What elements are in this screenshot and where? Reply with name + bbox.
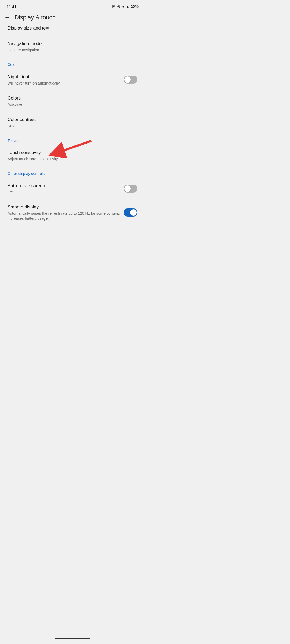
colors-subtitle: Adaptive xyxy=(8,102,137,107)
color-contrast-title: Color contrast xyxy=(8,117,137,123)
wifi-icon: ▾ xyxy=(122,4,124,9)
touch-sensitivity-title: Touch sensitivity xyxy=(8,150,137,156)
night-light-subtitle: Will never turn on automatically xyxy=(8,81,119,86)
app-bar: ← Display & touch xyxy=(0,12,145,24)
touch-sensitivity-item[interactable]: Touch sensitivity Adjust touch screen se… xyxy=(0,145,145,166)
battery-text: 52% xyxy=(131,4,139,9)
auto-rotate-item[interactable]: Auto-rotate screen Off xyxy=(0,178,145,199)
night-light-item[interactable]: Night Light Will never turn on automatic… xyxy=(0,69,145,90)
dnd-icon: ⊖ xyxy=(117,4,121,9)
divider xyxy=(119,183,119,195)
night-light-toggle[interactable] xyxy=(124,76,137,84)
touch-sensitivity-subtitle: Adjust touch screen sensitivity xyxy=(8,156,137,161)
colors-title: Colors xyxy=(8,95,137,101)
auto-rotate-subtitle: Off xyxy=(8,190,119,195)
smooth-display-title: Smooth display xyxy=(8,204,124,210)
smooth-display-toggle-track xyxy=(124,208,137,217)
night-light-content: Night Light Will never turn on automatic… xyxy=(8,74,119,86)
auto-rotate-toggle[interactable] xyxy=(124,185,137,193)
status-icons: ⊟ ⊖ ▾ ▲ 52% xyxy=(112,4,139,9)
vibrate-icon: ⊟ xyxy=(112,4,115,9)
color-contrast-item[interactable]: Color contrast Default xyxy=(0,112,145,133)
navigation-mode-content: Navigation mode Gesture navigation xyxy=(8,41,137,52)
divider xyxy=(119,74,119,86)
smooth-display-toggle-area xyxy=(124,208,137,217)
smooth-display-toggle-thumb xyxy=(130,209,137,216)
auto-rotate-toggle-track xyxy=(124,185,137,193)
colors-content: Colors Adaptive xyxy=(8,95,137,107)
auto-rotate-title: Auto-rotate screen xyxy=(8,183,119,189)
display-size-title: Display size and text xyxy=(8,25,49,31)
status-time: 11:41 xyxy=(6,4,17,9)
navigation-mode-subtitle: Gesture navigation xyxy=(8,47,137,52)
smooth-display-toggle[interactable] xyxy=(124,208,137,217)
auto-rotate-content: Auto-rotate screen Off xyxy=(8,183,119,195)
smooth-display-item[interactable]: Smooth display Automatically raises the … xyxy=(0,199,145,225)
smooth-display-content: Smooth display Automatically raises the … xyxy=(8,204,124,221)
signal-icon: ▲ xyxy=(126,5,129,9)
auto-rotate-toggle-thumb xyxy=(124,185,131,192)
navigation-mode-item[interactable]: Navigation mode Gesture navigation xyxy=(0,36,145,57)
navigation-mode-title: Navigation mode xyxy=(8,41,137,47)
touch-sensitivity-content: Touch sensitivity Adjust touch screen se… xyxy=(8,150,137,161)
night-light-toggle-thumb xyxy=(124,76,131,83)
night-light-toggle-area xyxy=(119,74,137,86)
color-section-header: Color xyxy=(0,57,145,69)
display-size-item[interactable]: Display size and text xyxy=(0,24,145,36)
color-contrast-content: Color contrast Default xyxy=(8,117,137,128)
smooth-display-subtitle: Automatically raises the refresh rate up… xyxy=(8,211,124,221)
touch-section-header: Touch xyxy=(0,133,145,145)
settings-list: Display size and text Navigation mode Ge… xyxy=(0,24,145,226)
color-contrast-subtitle: Default xyxy=(8,123,137,128)
night-light-toggle-track xyxy=(124,76,137,84)
page-title: Display & touch xyxy=(15,14,56,21)
colors-item[interactable]: Colors Adaptive xyxy=(0,90,145,112)
auto-rotate-toggle-area xyxy=(119,183,137,195)
status-bar: 11:41 ⊟ ⊖ ▾ ▲ 52% xyxy=(0,0,145,12)
other-display-section-header: Other display controls xyxy=(0,166,145,178)
night-light-title: Night Light xyxy=(8,74,119,80)
back-button[interactable]: ← xyxy=(4,14,10,21)
